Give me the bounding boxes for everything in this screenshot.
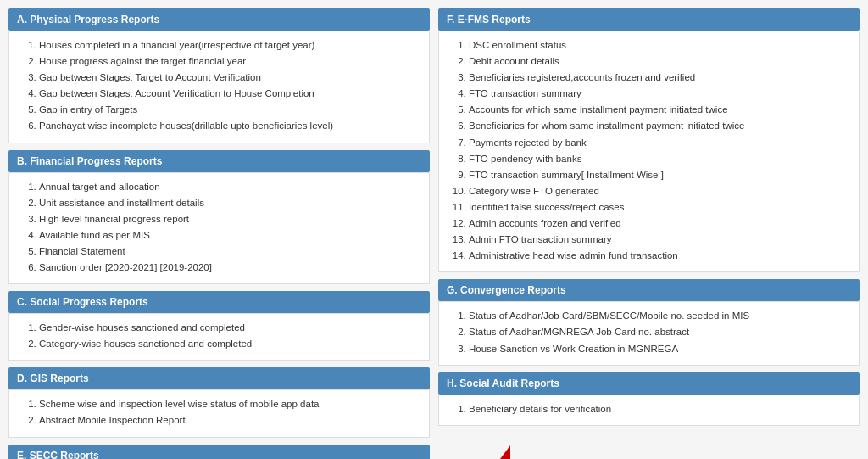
main-container: A. Physical Progress ReportsHouses compl… — [0, 0, 868, 459]
list-item[interactable]: Unit assistance and installment details — [39, 196, 420, 210]
section-body-G: Status of Aadhar/Job Card/SBM/SECC/Mobil… — [438, 301, 860, 365]
list-item[interactable]: Admin FTO transaction summary — [469, 232, 850, 246]
list-item[interactable]: Financial Statement — [39, 244, 420, 258]
list-item[interactable]: FTO transaction summary — [469, 87, 850, 100]
section-header-D: D. GIS Reports — [8, 367, 430, 389]
section-E: E. SECC ReportsCategory-wise SECC data s… — [8, 445, 430, 460]
section-header-A: A. Physical Progress Reports — [8, 8, 430, 31]
list-item[interactable]: Status of Aadhar/Job Card/SBM/SECC/Mobil… — [469, 309, 850, 322]
section-body-C: Gender-wise houses sanctioned and comple… — [8, 313, 430, 361]
list-item[interactable]: House Sanction vs Work Creation in MGNRE… — [469, 342, 850, 355]
section-list-H: Beneficiary details for verification — [456, 402, 850, 416]
list-item[interactable]: Administrative head wise admin fund tran… — [469, 249, 850, 262]
left-column: A. Physical Progress ReportsHouses compl… — [8, 8, 430, 451]
section-list-A: Houses completed in a financial year(irr… — [26, 38, 420, 133]
list-item[interactable]: FTO transaction summary[ Installment Wis… — [469, 168, 850, 182]
list-item[interactable]: High level financial progress report — [39, 212, 420, 226]
section-header-C: C. Social Progress Reports — [8, 291, 430, 313]
list-item[interactable]: House progress against the target financ… — [39, 54, 420, 68]
list-item[interactable]: Payments rejected by bank — [469, 136, 850, 149]
list-item[interactable]: Debit account details — [469, 54, 850, 68]
section-B: B. Financial Progress ReportsAnnual targ… — [8, 150, 430, 285]
svg-marker-0 — [472, 445, 548, 459]
arrow-container — [438, 433, 860, 459]
section-body-H: Beneficiary details for verification — [438, 395, 860, 426]
red-arrow-icon — [464, 437, 548, 459]
section-body-D: Scheme wise and inspection level wise st… — [8, 389, 430, 437]
list-item[interactable]: Accounts for which same installment paym… — [469, 103, 850, 116]
list-item[interactable]: Category-wise houses sanctioned and comp… — [39, 337, 420, 350]
list-item[interactable]: Status of Aadhar/MGNREGA Job Card no. ab… — [469, 325, 850, 339]
list-item[interactable]: DSC enrollment status — [469, 38, 850, 52]
list-item[interactable]: Category wise FTO generated — [469, 184, 850, 198]
list-item[interactable]: Panchayat wise incomplete houses(drillab… — [39, 119, 420, 132]
list-item[interactable]: Gap between Stages: Account Verification… — [39, 87, 420, 100]
section-header-G: G. Convergence Reports — [438, 279, 860, 301]
section-body-A: Houses completed in a financial year(irr… — [8, 31, 430, 143]
list-item[interactable]: Abstract Mobile Inspection Report. — [39, 413, 420, 427]
section-header-H: H. Social Audit Reports — [438, 372, 860, 395]
list-item[interactable]: FTO pendency with banks — [469, 152, 850, 165]
list-item[interactable]: Sanction order [2020-2021] [2019-2020] — [39, 260, 420, 274]
list-item[interactable]: Houses completed in a financial year(irr… — [39, 38, 420, 52]
section-G: G. Convergence ReportsStatus of Aadhar/J… — [438, 279, 860, 365]
section-D: D. GIS ReportsScheme wise and inspection… — [8, 367, 430, 437]
section-A: A. Physical Progress ReportsHouses compl… — [8, 8, 430, 143]
list-item[interactable]: Beneficiary details for verification — [469, 402, 850, 416]
list-item[interactable]: Annual target and allocation — [39, 180, 420, 193]
list-item[interactable]: Gap between Stages: Target to Account Ve… — [39, 70, 420, 84]
section-list-B: Annual target and allocationUnit assista… — [26, 180, 420, 275]
section-header-B: B. Financial Progress Reports — [8, 150, 430, 172]
section-list-D: Scheme wise and inspection level wise st… — [26, 397, 420, 427]
section-body-F: DSC enrollment statusDebit account detai… — [438, 31, 860, 272]
right-column: F. E-FMS ReportsDSC enrollment statusDeb… — [438, 8, 860, 451]
list-item[interactable]: Beneficiaries for whom same installment … — [469, 119, 850, 132]
list-item[interactable]: Identified false success/reject cases — [469, 200, 850, 214]
section-list-F: DSC enrollment statusDebit account detai… — [456, 38, 850, 262]
list-item[interactable]: Admin accounts frozen and verified — [469, 216, 850, 230]
section-list-C: Gender-wise houses sanctioned and comple… — [26, 321, 420, 350]
section-header-F: F. E-FMS Reports — [438, 8, 860, 31]
section-header-E: E. SECC Reports — [8, 445, 430, 460]
section-body-B: Annual target and allocationUnit assista… — [8, 172, 430, 285]
list-item[interactable]: Available fund as per MIS — [39, 228, 420, 242]
section-F: F. E-FMS ReportsDSC enrollment statusDeb… — [438, 8, 860, 272]
list-item[interactable]: Beneficiaries registered,accounts frozen… — [469, 70, 850, 84]
section-C: C. Social Progress ReportsGender-wise ho… — [8, 291, 430, 361]
list-item[interactable]: Gender-wise houses sanctioned and comple… — [39, 321, 420, 334]
section-H: H. Social Audit ReportsBeneficiary detai… — [438, 372, 860, 426]
section-list-G: Status of Aadhar/Job Card/SBM/SECC/Mobil… — [456, 309, 850, 355]
list-item[interactable]: Scheme wise and inspection level wise st… — [39, 397, 420, 411]
list-item[interactable]: Gap in entry of Targets — [39, 103, 420, 116]
